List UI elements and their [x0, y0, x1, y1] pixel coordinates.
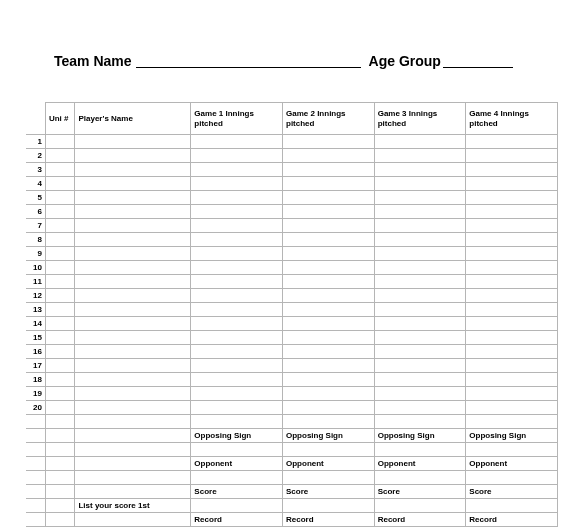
record-g3[interactable]: Record: [374, 513, 466, 527]
g2-cell[interactable]: [283, 205, 375, 219]
g3-cell[interactable]: [374, 135, 466, 149]
g1-cell[interactable]: [191, 247, 283, 261]
g4-cell[interactable]: [466, 191, 558, 205]
uni-cell[interactable]: [45, 317, 75, 331]
opposing-sign-g3[interactable]: Opposing Sign: [374, 429, 466, 443]
g2-cell[interactable]: [283, 219, 375, 233]
g2-cell[interactable]: [283, 191, 375, 205]
name-cell[interactable]: [75, 331, 191, 345]
g4-cell[interactable]: [466, 219, 558, 233]
g1-cell[interactable]: [191, 373, 283, 387]
opposing-sign-g2[interactable]: Opposing Sign: [283, 429, 375, 443]
g1-cell[interactable]: [191, 177, 283, 191]
g3-cell[interactable]: [374, 303, 466, 317]
g1-cell[interactable]: [191, 163, 283, 177]
g2-cell[interactable]: [283, 317, 375, 331]
opposing-sign-g1[interactable]: Opposing Sign: [191, 429, 283, 443]
name-cell[interactable]: [75, 233, 191, 247]
g4-cell[interactable]: [466, 289, 558, 303]
g1-cell[interactable]: [191, 205, 283, 219]
g2-cell[interactable]: [283, 387, 375, 401]
g4-cell[interactable]: [466, 331, 558, 345]
g1-cell[interactable]: [191, 233, 283, 247]
g3-cell[interactable]: [374, 289, 466, 303]
g1-cell[interactable]: [191, 289, 283, 303]
uni-cell[interactable]: [45, 387, 75, 401]
uni-cell[interactable]: [45, 373, 75, 387]
g4-cell[interactable]: [466, 149, 558, 163]
uni-cell[interactable]: [45, 205, 75, 219]
g2-cell[interactable]: [283, 149, 375, 163]
g3-cell[interactable]: [374, 317, 466, 331]
g3-cell[interactable]: [374, 359, 466, 373]
g2-cell[interactable]: [283, 303, 375, 317]
name-cell[interactable]: [75, 261, 191, 275]
name-cell[interactable]: [75, 177, 191, 191]
g3-cell[interactable]: [374, 233, 466, 247]
name-cell[interactable]: [75, 303, 191, 317]
g4-cell[interactable]: [466, 387, 558, 401]
g2-cell[interactable]: [283, 177, 375, 191]
name-cell[interactable]: [75, 401, 191, 415]
g2-cell[interactable]: [283, 163, 375, 177]
g1-cell[interactable]: [191, 345, 283, 359]
g4-cell[interactable]: [466, 275, 558, 289]
g2-cell[interactable]: [283, 401, 375, 415]
opponent-g3[interactable]: Opponent: [374, 457, 466, 471]
uni-cell[interactable]: [45, 359, 75, 373]
g3-cell[interactable]: [374, 177, 466, 191]
g3-cell[interactable]: [374, 219, 466, 233]
uni-cell[interactable]: [45, 191, 75, 205]
g4-cell[interactable]: [466, 373, 558, 387]
uni-cell[interactable]: [45, 331, 75, 345]
name-cell[interactable]: [75, 373, 191, 387]
g1-cell[interactable]: [191, 135, 283, 149]
g1-cell[interactable]: [191, 149, 283, 163]
g1-cell[interactable]: [191, 275, 283, 289]
uni-cell[interactable]: [45, 233, 75, 247]
uni-cell[interactable]: [45, 401, 75, 415]
g2-cell[interactable]: [283, 345, 375, 359]
g1-cell[interactable]: [191, 331, 283, 345]
g3-cell[interactable]: [374, 331, 466, 345]
record-g2[interactable]: Record: [283, 513, 375, 527]
g3-cell[interactable]: [374, 191, 466, 205]
name-cell[interactable]: [75, 317, 191, 331]
g3-cell[interactable]: [374, 373, 466, 387]
name-cell[interactable]: [75, 163, 191, 177]
uni-cell[interactable]: [45, 219, 75, 233]
g4-cell[interactable]: [466, 205, 558, 219]
name-cell[interactable]: [75, 359, 191, 373]
opponent-g4[interactable]: Opponent: [466, 457, 558, 471]
g4-cell[interactable]: [466, 177, 558, 191]
team-name-field-line[interactable]: [136, 54, 361, 68]
name-cell[interactable]: [75, 205, 191, 219]
g4-cell[interactable]: [466, 317, 558, 331]
score-g1[interactable]: Score: [191, 485, 283, 499]
name-cell[interactable]: [75, 275, 191, 289]
g2-cell[interactable]: [283, 331, 375, 345]
g4-cell[interactable]: [466, 135, 558, 149]
uni-cell[interactable]: [45, 289, 75, 303]
name-cell[interactable]: [75, 135, 191, 149]
record-g1[interactable]: Record: [191, 513, 283, 527]
g1-cell[interactable]: [191, 387, 283, 401]
g4-cell[interactable]: [466, 163, 558, 177]
uni-cell[interactable]: [45, 303, 75, 317]
g2-cell[interactable]: [283, 261, 375, 275]
name-cell[interactable]: [75, 149, 191, 163]
g1-cell[interactable]: [191, 219, 283, 233]
name-cell[interactable]: [75, 247, 191, 261]
uni-cell[interactable]: [45, 135, 75, 149]
score-g2[interactable]: Score: [283, 485, 375, 499]
g4-cell[interactable]: [466, 233, 558, 247]
g4-cell[interactable]: [466, 345, 558, 359]
name-cell[interactable]: [75, 191, 191, 205]
opponent-g1[interactable]: Opponent: [191, 457, 283, 471]
g1-cell[interactable]: [191, 359, 283, 373]
g1-cell[interactable]: [191, 191, 283, 205]
g2-cell[interactable]: [283, 359, 375, 373]
g1-cell[interactable]: [191, 401, 283, 415]
score-g3[interactable]: Score: [374, 485, 466, 499]
opponent-g2[interactable]: Opponent: [283, 457, 375, 471]
